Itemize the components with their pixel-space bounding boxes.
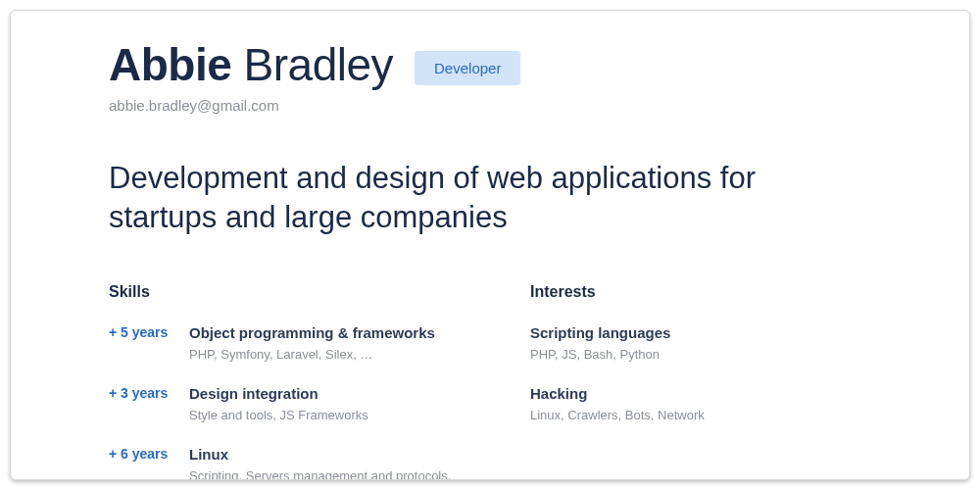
skill-experience: + 3 years bbox=[109, 385, 189, 422]
interest-desc: Linux, Crawlers, Bots, Network bbox=[530, 408, 873, 422]
tagline: Development and design of web applicatio… bbox=[109, 159, 854, 238]
role-badge: Developer bbox=[415, 51, 520, 85]
last-name: Bradley bbox=[244, 39, 393, 90]
skill-title: Linux bbox=[189, 446, 451, 463]
skills-section: Skills + 5 years Object programming & fr… bbox=[109, 283, 501, 480]
skill-row: + 5 years Object programming & framework… bbox=[109, 324, 501, 362]
resume-card: Abbie Bradley Developer abbie.bradley@gm… bbox=[10, 10, 970, 480]
columns: Skills + 5 years Object programming & fr… bbox=[109, 283, 881, 480]
skill-experience: + 6 years bbox=[109, 446, 189, 480]
skill-row: + 6 years Linux Scripting, Servers manag… bbox=[109, 446, 501, 480]
skill-desc: Scripting, Servers management and protoc… bbox=[189, 468, 451, 480]
skill-desc: PHP, Symfony, Laravel, Silex, … bbox=[189, 347, 435, 362]
skill-experience: + 5 years bbox=[109, 324, 189, 362]
header: Abbie Bradley Developer bbox=[109, 38, 881, 91]
email: abbie.bradley@gmail.com bbox=[109, 97, 881, 114]
interest-title: Hacking bbox=[530, 385, 873, 402]
interest-title: Scripting languages bbox=[530, 324, 873, 341]
interest-desc: PHP, JS, Bash, Python bbox=[530, 347, 873, 362]
skill-title: Design integration bbox=[189, 385, 368, 402]
interests-section: Interests Scripting languages PHP, JS, B… bbox=[530, 283, 873, 480]
first-name: Abbie bbox=[109, 39, 231, 90]
interests-title: Interests bbox=[530, 283, 873, 301]
skill-row: + 3 years Design integration Style and t… bbox=[109, 385, 501, 422]
interest-row: Hacking Linux, Crawlers, Bots, Network bbox=[530, 385, 873, 422]
skills-title: Skills bbox=[109, 283, 501, 301]
person-name: Abbie Bradley bbox=[109, 38, 393, 91]
interest-row: Scripting languages PHP, JS, Bash, Pytho… bbox=[530, 324, 873, 362]
skill-desc: Style and tools, JS Frameworks bbox=[189, 408, 368, 422]
skill-title: Object programming & frameworks bbox=[189, 324, 435, 341]
